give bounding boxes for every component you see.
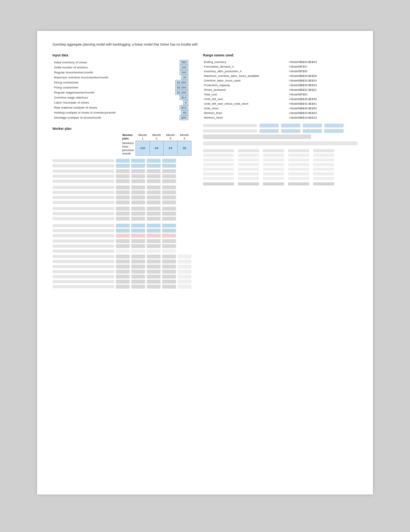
input-row: Maximum overtime hours/worker/month20	[53, 75, 191, 80]
blurred-left-section	[53, 159, 191, 289]
input-row: Labor hours/pair of shoes4	[53, 100, 191, 105]
range-row: Inventory_after_production_4=Model!$F$35	[203, 69, 357, 73]
range-row: Units_short=Model!$B$40:$E$40	[203, 106, 357, 110]
input-table: Initial inventory of shoes500Initial num…	[53, 59, 191, 121]
worker-plan-header-row: Worker planMonth 1Month 2Month 3Month 4	[53, 133, 191, 141]
range-row: Overtime_labor_hours_used=Model!$B$24:$E…	[203, 78, 357, 83]
range-row: Units_left_over_minus_units_short=Model!…	[203, 101, 357, 106]
page: SureStep aggregate planning model with b…	[37, 31, 373, 495]
range-row: Shoes_produced=Model!$B$31:$E$31	[203, 87, 357, 92]
blurred-right-section	[203, 124, 357, 185]
worker-plan-label: Worker plan	[53, 127, 191, 131]
range-row: Workers_hired=Model!$B$19:$E$19	[203, 115, 357, 120]
right-column: Range names used: Ending_inventory=Model…	[203, 53, 357, 290]
input-row: Holding cost/pair of shoes in inventory/…	[53, 110, 191, 115]
input-row: Initial inventory of shoes500	[53, 60, 191, 65]
input-row: Raw material cost/pair of shoes$15	[53, 105, 191, 110]
range-row: Workers_fired=Model!$B$20:$E$20	[203, 110, 357, 115]
range-label: Range names used:	[203, 53, 357, 57]
input-row: Firing cost/worker$2,000	[53, 85, 191, 90]
input-row: Overtime wage rate/hour$13	[53, 95, 191, 100]
range-row: Forecasted_demand_4=Model!$F$37	[203, 64, 357, 69]
range-row: Units_left_over=Model!$B$39:$E$39	[203, 97, 357, 101]
worker-plan-table: Worker planMonth 1Month 2Month 3Month 4W…	[53, 133, 191, 156]
input-row: Hiring cost/worker$1,600	[53, 80, 191, 85]
input-row: Shortage cost/pair of shoes/month$20	[53, 116, 191, 120]
input-row: Initial number of workers100	[53, 65, 191, 70]
range-table: Ending_inventory=Model!$B$43:$E$43Foreca…	[203, 59, 357, 120]
range-row: Ending_inventory=Model!$B$43:$E$43	[203, 59, 357, 64]
worker-plan-row: Workers from previous month100949338	[53, 141, 191, 156]
input-label: Input data	[53, 53, 191, 57]
range-row: Maximum_overtime_labor_hours_available=M…	[203, 73, 357, 78]
range-row: Total_cost=Model!$F$53	[203, 92, 357, 97]
input-row: Regular hours/worker/month160	[53, 70, 191, 75]
input-row: Regular wages/worker/month$1,500	[53, 90, 191, 95]
left-column: Input data Initial inventory of shoes500…	[53, 53, 191, 290]
page-title: SureStep aggregate planning model with b…	[53, 42, 357, 46]
range-row: Production_capacity=Model!$B$33:$E$33	[203, 83, 357, 87]
